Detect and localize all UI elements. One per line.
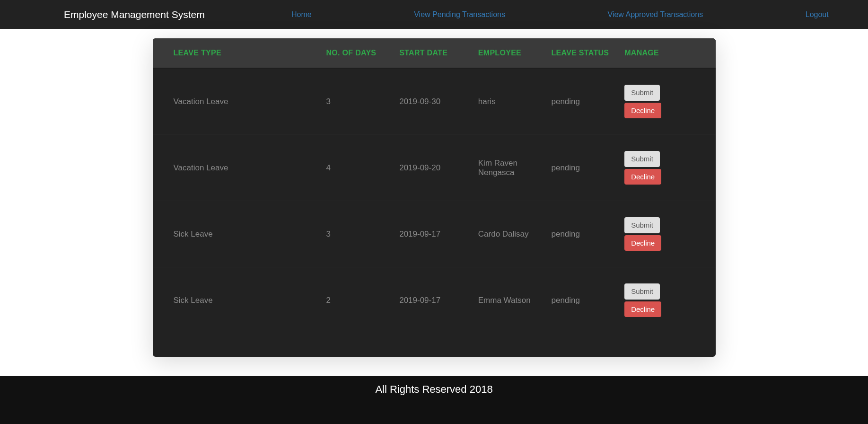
nav-home-link[interactable]: Home xyxy=(291,10,312,19)
cell-leave-type: Vacation Leave xyxy=(153,68,322,135)
nav-pending-link[interactable]: View Pending Transactions xyxy=(414,10,505,19)
nav-links: Home View Pending Transactions View Appr… xyxy=(271,10,849,19)
table-row: Vacation Leave 3 2019-09-30 haris pendin… xyxy=(153,68,716,135)
table-header-row: LEAVE TYPE NO. OF DAYS START DATE EMPLOY… xyxy=(153,38,716,68)
header-start-date: START DATE xyxy=(395,38,473,68)
cell-employee: Emma Watson xyxy=(473,267,547,334)
footer: All Rights Reserved 2018 xyxy=(0,376,868,424)
cell-days: 4 xyxy=(322,135,395,201)
decline-button[interactable]: Decline xyxy=(624,301,661,318)
cell-leave-type: Sick Leave xyxy=(153,267,322,334)
submit-button[interactable]: Submit xyxy=(624,151,660,167)
cell-status: pending xyxy=(546,135,620,201)
table-row: Sick Leave 2 2019-09-17 Emma Watson pend… xyxy=(153,267,716,334)
cell-employee: haris xyxy=(473,68,547,135)
header-manage: MANAGE xyxy=(620,38,715,68)
app-brand: Employee Management System xyxy=(64,9,205,20)
submit-button[interactable]: Submit xyxy=(624,283,660,300)
nav-approved-link[interactable]: View Approved Transactions xyxy=(608,10,703,19)
main-content: LEAVE TYPE NO. OF DAYS START DATE EMPLOY… xyxy=(0,29,868,376)
cell-manage: Submit Decline xyxy=(620,267,715,334)
nav-logout-link[interactable]: Logout xyxy=(806,10,829,19)
table-row: Sick Leave 3 2019-09-17 Cardo Dalisay pe… xyxy=(153,201,716,267)
cell-days: 2 xyxy=(322,267,395,334)
cell-leave-type: Sick Leave xyxy=(153,201,322,267)
cell-employee: Cardo Dalisay xyxy=(473,201,547,267)
submit-button[interactable]: Submit xyxy=(624,85,660,101)
cell-status: pending xyxy=(546,267,620,334)
cell-manage: Submit Decline xyxy=(620,68,715,135)
header-days: NO. OF DAYS xyxy=(322,38,395,68)
cell-days: 3 xyxy=(322,68,395,135)
decline-button[interactable]: Decline xyxy=(624,235,661,251)
table-body: Vacation Leave 3 2019-09-30 haris pendin… xyxy=(153,68,716,333)
header-status: LEAVE STATUS xyxy=(546,38,620,68)
decline-button[interactable]: Decline xyxy=(624,169,661,185)
header-leave-type: LEAVE TYPE xyxy=(153,38,322,68)
cell-status: pending xyxy=(546,68,620,135)
header-employee: EMPLOYEE xyxy=(473,38,547,68)
cell-start-date: 2019-09-30 xyxy=(395,68,473,135)
navbar: Employee Management System Home View Pen… xyxy=(0,0,868,29)
cell-start-date: 2019-09-17 xyxy=(395,201,473,267)
transactions-panel: LEAVE TYPE NO. OF DAYS START DATE EMPLOY… xyxy=(153,38,716,357)
decline-button[interactable]: Decline xyxy=(624,103,661,119)
footer-text: All Rights Reserved 2018 xyxy=(375,383,492,395)
table-row: Vacation Leave 4 2019-09-20 Kim Raven Ne… xyxy=(153,135,716,201)
transactions-table: LEAVE TYPE NO. OF DAYS START DATE EMPLOY… xyxy=(153,38,716,333)
cell-leave-type: Vacation Leave xyxy=(153,135,322,201)
cell-manage: Submit Decline xyxy=(620,201,715,267)
cell-days: 3 xyxy=(322,201,395,267)
cell-manage: Submit Decline xyxy=(620,135,715,201)
cell-start-date: 2019-09-17 xyxy=(395,267,473,334)
submit-button[interactable]: Submit xyxy=(624,217,660,233)
cell-start-date: 2019-09-20 xyxy=(395,135,473,201)
cell-employee: Kim Raven Nengasca xyxy=(473,135,547,201)
cell-status: pending xyxy=(546,201,620,267)
